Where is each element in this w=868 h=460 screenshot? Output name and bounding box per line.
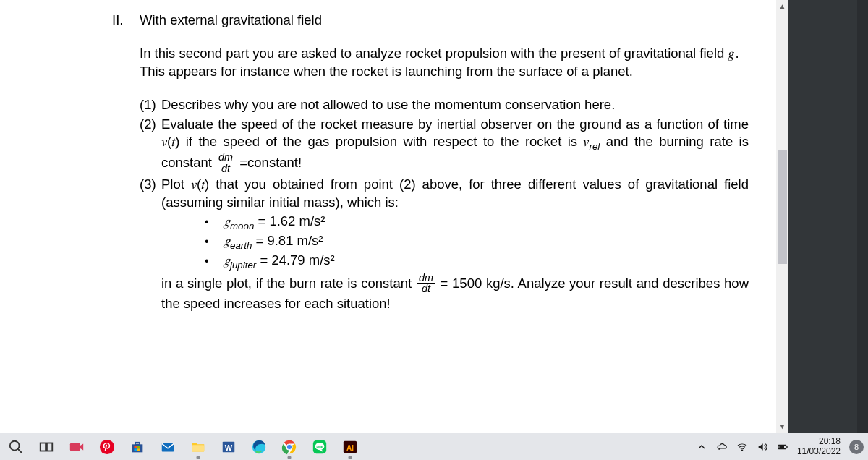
svg-rect-7 <box>135 442 140 444</box>
bullet-list: • 𝑔moon = 1.62 m/s² • 𝑔earth = 9.81 m/s²… <box>205 213 749 272</box>
q1-number: (1) <box>140 96 161 114</box>
q2-number: (2) <box>140 116 161 175</box>
file-explorer-icon[interactable] <box>184 433 213 461</box>
q2-frac-num: dm <box>217 152 234 163</box>
svg-rect-28 <box>779 446 784 448</box>
svg-point-25 <box>741 450 742 451</box>
g-value: = 1.62 m/s² <box>254 213 325 229</box>
chrome-icon[interactable] <box>275 433 304 461</box>
svg-point-5 <box>100 439 114 453</box>
task-view-icon[interactable] <box>32 433 61 461</box>
q3-continuation: in a single plot, if the burn rate is co… <box>161 273 749 312</box>
q2-fraction: dmdt <box>217 152 234 174</box>
bullet-dot-icon: • <box>205 214 224 229</box>
svg-rect-9 <box>137 446 140 448</box>
scroll-thumb[interactable] <box>778 150 787 264</box>
clock-date: 11/03/2022 <box>797 447 841 457</box>
svg-rect-12 <box>162 443 174 451</box>
bullet-item: • 𝑔earth = 9.81 m/s² <box>205 232 749 252</box>
svg-rect-11 <box>137 448 140 451</box>
g-sub: earth <box>230 240 252 251</box>
q3-number: (3) <box>140 176 161 211</box>
q3-text-a: Plot 𝑣(𝑡) that you obtained from point (… <box>161 176 749 211</box>
q2-text: Evaluate the speed of the rocket measure… <box>161 116 749 175</box>
scroll-down-arrow-icon[interactable]: ▼ <box>776 420 788 433</box>
svg-rect-6 <box>132 444 143 452</box>
tray-chevron-up-icon[interactable] <box>696 441 707 453</box>
g-symbol: 𝑔 <box>224 213 230 229</box>
g-value: = 9.81 m/s² <box>252 233 323 248</box>
document-body: II. With external gravitational field In… <box>112 12 749 312</box>
search-icon[interactable] <box>1 433 30 461</box>
intro-paragraph: In this second part you are asked to ana… <box>140 45 749 80</box>
q3-frac-num: dm <box>417 273 435 284</box>
q3b-pre: in a single plot, if the burn rate is co… <box>161 276 416 291</box>
reader-outer-scrollbar[interactable] <box>857 0 868 433</box>
g-value: = 24.79 m/s² <box>256 252 334 268</box>
battery-icon[interactable] <box>777 441 788 453</box>
section-number: II. <box>112 12 140 29</box>
question-2: (2) Evaluate the speed of the rocket mea… <box>140 116 749 175</box>
question-3: (3) Plot 𝑣(𝑡) that you obtained from poi… <box>140 176 749 211</box>
bullet-text: 𝑔jupiter = 24.79 m/s² <box>224 252 335 271</box>
notifications-badge[interactable]: 8 <box>849 440 864 454</box>
viewport: II. With external gravitational field In… <box>0 0 868 460</box>
svg-rect-3 <box>47 443 52 451</box>
taskbar: W LINE Ai <box>0 433 868 460</box>
question-list: (1) Describes why you are not allowed to… <box>140 96 749 312</box>
clock-time: 20:18 <box>819 437 841 447</box>
line-app-icon[interactable]: LINE <box>305 433 334 461</box>
svg-rect-13 <box>192 445 205 451</box>
svg-point-0 <box>10 440 20 450</box>
svg-text:LINE: LINE <box>317 445 323 448</box>
word-icon[interactable]: W <box>214 433 243 461</box>
svg-text:Ai: Ai <box>346 443 354 451</box>
bullet-dot-icon: • <box>205 234 224 249</box>
bullet-item: • 𝑔moon = 1.62 m/s² <box>205 213 749 232</box>
doc-scrollbar[interactable]: ▲ ▼ <box>776 0 788 433</box>
svg-rect-27 <box>786 446 787 448</box>
system-tray: 20:18 11/03/2022 8 <box>696 437 868 457</box>
bullet-text: 𝑔earth = 9.81 m/s² <box>224 232 323 252</box>
illustrator-icon[interactable]: Ai <box>336 433 365 461</box>
onedrive-icon[interactable] <box>716 441 728 453</box>
svg-rect-8 <box>134 446 137 448</box>
svg-line-1 <box>18 448 22 453</box>
question-1: (1) Describes why you are not allowed to… <box>140 96 749 114</box>
bullet-text: 𝑔moon = 1.62 m/s² <box>224 213 326 232</box>
bullet-dot-icon: • <box>205 253 224 268</box>
taskbar-pinned-apps: W LINE Ai <box>0 433 365 461</box>
q1-text: Describes why you are not allowed to use… <box>161 96 749 114</box>
camera-app-icon[interactable] <box>62 433 91 461</box>
q3-frac-den: dt <box>420 284 432 294</box>
g-sub: jupiter <box>230 260 256 271</box>
microsoft-store-icon[interactable] <box>123 433 152 461</box>
notif-count: 8 <box>854 443 859 451</box>
scroll-up-arrow-icon[interactable]: ▲ <box>776 0 788 12</box>
reader-side-gap <box>788 0 868 433</box>
svg-text:W: W <box>225 443 233 451</box>
svg-rect-4 <box>70 443 80 451</box>
g-sub: moon <box>230 221 254 231</box>
q2-frac-den: dt <box>220 163 231 174</box>
mail-icon[interactable] <box>153 433 182 461</box>
section-title: With external gravitational field <box>140 12 322 29</box>
clock[interactable]: 20:18 11/03/2022 <box>797 437 841 457</box>
pinterest-icon[interactable] <box>93 433 122 461</box>
q2-vrel-sub: rel <box>590 141 600 152</box>
volume-icon[interactable] <box>757 441 768 453</box>
section-heading: II. With external gravitational field <box>112 12 749 29</box>
wifi-icon[interactable] <box>736 441 748 453</box>
document-pane: II. With external gravitational field In… <box>0 0 776 433</box>
q2-part-c: =constant! <box>236 155 302 170</box>
g-symbol: 𝑔 <box>224 233 230 248</box>
bullet-item: • 𝑔jupiter = 24.79 m/s² <box>205 252 749 271</box>
q3-fraction: dmdt <box>417 273 435 294</box>
svg-rect-2 <box>41 443 46 451</box>
g-symbol: 𝑔 <box>224 252 230 268</box>
svg-rect-10 <box>134 448 137 451</box>
edge-icon[interactable] <box>244 433 273 461</box>
